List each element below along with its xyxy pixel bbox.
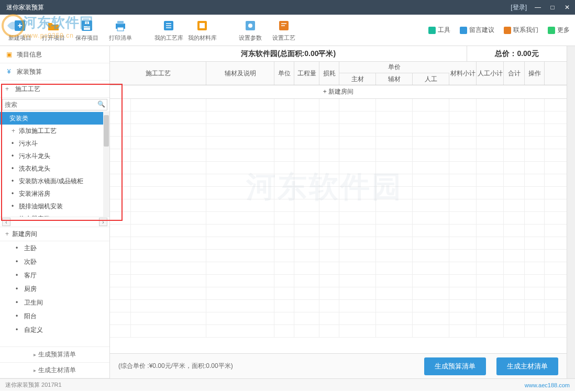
new-room-row[interactable]: + 新建房间 <box>110 85 567 99</box>
scroll-right-button[interactable]: › <box>99 218 107 226</box>
room-list: 主卧次卧客厅厨房卫生间阳台自定义 <box>0 241 109 346</box>
generate-budget-list-button[interactable]: 生成预算清单 <box>424 357 486 375</box>
open-project-button[interactable]: 打开项目 <box>39 18 68 42</box>
table-row[interactable] <box>110 237 567 250</box>
params-icon <box>243 18 258 33</box>
table-row[interactable] <box>110 174 567 187</box>
new-project-button[interactable]: 新建项目 <box>5 18 35 42</box>
set-params-button[interactable]: 设置参数 <box>236 18 265 42</box>
generate-budget-button[interactable]: 生成预算清单 <box>0 347 109 363</box>
table-row[interactable] <box>110 124 567 137</box>
col-action: 操作 <box>525 62 545 85</box>
tree-item[interactable]: 添加施工工艺 <box>0 125 109 137</box>
status-app-version: 迷你家装预算 2017R1 <box>5 381 62 389</box>
construction-process-tab[interactable]: 施工工艺 <box>0 81 109 97</box>
app-title: 迷你家装预算 <box>4 3 44 12</box>
tools-icon <box>428 27 436 34</box>
room-item[interactable]: 卫生间 <box>0 296 109 309</box>
svg-rect-9 <box>200 23 205 28</box>
project-info-tab[interactable]: ▣ 项目信息 <box>0 46 109 63</box>
login-link[interactable]: [登录] <box>511 3 527 12</box>
search-input[interactable] <box>2 99 107 110</box>
search-icon[interactable]: 🔍 <box>97 100 105 108</box>
room-item[interactable]: 客厅 <box>0 268 109 282</box>
set-process-icon <box>277 18 291 33</box>
room-item[interactable]: 自定义 <box>0 323 109 337</box>
titlebar: 迷你家装预算 [登录] — □ ✕ <box>0 0 575 15</box>
table-row[interactable] <box>110 287 567 300</box>
maximize-button[interactable]: □ <box>549 4 556 11</box>
tree-item[interactable]: 安装类 <box>0 112 109 125</box>
table-row[interactable] <box>110 300 567 312</box>
svg-rect-3 <box>85 21 89 24</box>
tree-scrollbar[interactable] <box>103 112 109 217</box>
room-item[interactable]: 阳台 <box>0 309 109 323</box>
table-row[interactable] <box>110 111 567 124</box>
col-process: 施工工艺 <box>110 62 206 85</box>
table-row[interactable] <box>110 137 567 149</box>
table-row[interactable] <box>110 99 567 111</box>
tree-item[interactable]: 热水器安装 <box>0 212 109 217</box>
table-row[interactable] <box>110 262 567 275</box>
scroll-left-button[interactable]: ‹ <box>2 218 10 226</box>
table-row[interactable] <box>110 199 567 212</box>
home-budget-icon: ¥ <box>5 68 13 75</box>
set-process-button[interactable]: 设置工艺 <box>269 18 298 42</box>
room-item[interactable]: 厨房 <box>0 282 109 296</box>
table-row[interactable] <box>110 212 567 225</box>
tree-item[interactable]: 污水斗 <box>0 137 109 150</box>
more-link[interactable]: 更多 <box>548 26 570 35</box>
generate-material-list-button[interactable]: 生成主材清单 <box>496 357 558 375</box>
room-item[interactable]: 次卧 <box>0 255 109 268</box>
col-labor: 人工 <box>413 73 449 85</box>
table-row[interactable] <box>110 312 567 325</box>
tree-item[interactable]: 安装淋浴房 <box>0 187 109 200</box>
new-project-icon <box>13 18 27 33</box>
new-room-button[interactable]: 新建房间 <box>0 227 109 241</box>
tree-item[interactable]: 洗衣机龙头 <box>0 162 109 175</box>
table-row[interactable] <box>110 162 567 174</box>
print-list-button[interactable]: 打印清单 <box>106 18 135 42</box>
col-mat-subtotal: 材料小计 <box>449 62 477 85</box>
col-labor-subtotal: 人工小计 <box>477 62 504 85</box>
table-row[interactable] <box>110 225 567 237</box>
table-row[interactable] <box>110 325 567 338</box>
statusbar: 迷你家装预算 2017R1 www.aec188.com <box>0 378 575 391</box>
tree-item[interactable]: 安装防水镜面/成品镜柜 <box>0 175 109 187</box>
my-material-lib-button[interactable]: 我的材料库 <box>187 18 217 42</box>
col-loss: 损耗 <box>319 62 339 85</box>
page-title: 河东软件园(总面积:0.00平米) <box>110 46 467 61</box>
svg-rect-5 <box>117 21 124 24</box>
table-row[interactable] <box>110 275 567 287</box>
tree-item[interactable]: 污水斗龙头 <box>0 150 109 162</box>
feedback-icon <box>460 27 467 34</box>
minimize-button[interactable]: — <box>534 4 541 11</box>
vertical-scrollbar[interactable] <box>567 46 575 378</box>
feedback-link[interactable]: 留言建议 <box>460 26 494 35</box>
tools-link[interactable]: 工具 <box>428 26 450 35</box>
material-lib-icon <box>195 18 209 33</box>
sidebar: ▣ 项目信息 ¥ 家装预算 施工工艺 🔍 安装类添加施工工艺污水斗污水斗龙头洗衣… <box>0 46 110 378</box>
svg-rect-2 <box>84 26 90 30</box>
more-icon <box>548 27 555 34</box>
home-budget-tab[interactable]: ¥ 家装预算 <box>0 63 109 80</box>
project-info-icon: ▣ <box>5 51 13 58</box>
close-button[interactable]: ✕ <box>563 4 571 11</box>
col-total: 合计 <box>504 62 525 85</box>
table-row[interactable] <box>110 149 567 162</box>
total-price: 总价：0.00元 <box>467 46 567 61</box>
toolbar: 新建项目 打开项目 保存项目 打印清单 我的工艺库 我的材料库 设置参数 <box>0 15 575 46</box>
room-item[interactable]: 主卧 <box>0 241 109 255</box>
my-process-lib-button[interactable]: 我的工艺库 <box>154 18 183 42</box>
save-project-button[interactable]: 保存项目 <box>72 18 102 42</box>
col-unit: 单位 <box>274 62 294 85</box>
table-row[interactable] <box>110 187 567 199</box>
generate-material-button[interactable]: 生成主材清单 <box>0 363 109 378</box>
table-row[interactable] <box>110 250 567 262</box>
process-tree: 安装类添加施工工艺污水斗污水斗龙头洗衣机龙头安装防水镜面/成品镜柜安装淋浴房脱排… <box>0 112 109 217</box>
tree-item[interactable]: 脱排油烟机安装 <box>0 200 109 212</box>
contact-link[interactable]: 联系我们 <box>504 26 538 35</box>
data-grid[interactable] <box>110 99 567 353</box>
status-url-link[interactable]: www.aec188.com <box>525 382 570 388</box>
table-header: 施工工艺 辅材及说明 单位 工程量 损耗 单价 主材 辅材 人工 材料小计 人工… <box>110 62 567 85</box>
